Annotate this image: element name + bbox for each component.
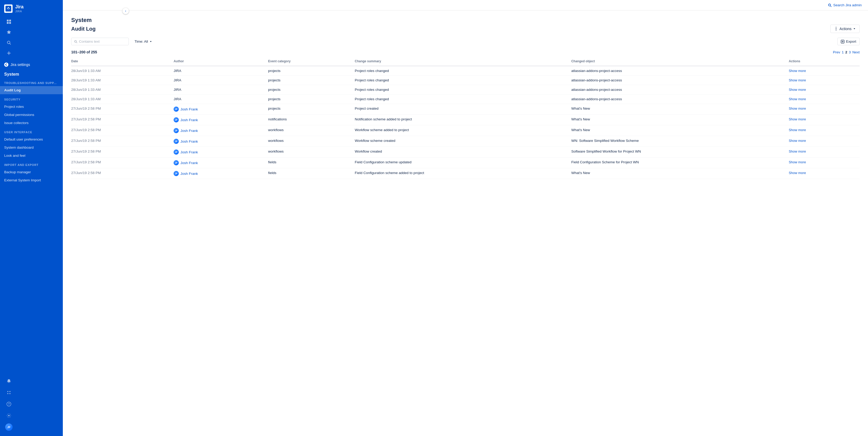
cell-actions: Show more: [789, 85, 860, 94]
show-more-button[interactable]: Show more: [789, 97, 806, 101]
svg-rect-1: [7, 20, 9, 22]
cell-change-summary: Project roles changed: [355, 66, 571, 75]
export-label: Export: [846, 39, 856, 43]
current-page: 2: [845, 50, 847, 54]
cell-changed-object: Software Simplified Workflow for Project…: [571, 147, 789, 158]
sidebar-item-issue-collectors[interactable]: Issue collectors: [0, 119, 63, 127]
show-more-button[interactable]: Show more: [789, 69, 806, 73]
show-more-button[interactable]: Show more: [789, 78, 806, 82]
star-icon[interactable]: [4, 28, 13, 37]
show-more-button[interactable]: Show more: [789, 160, 806, 164]
sidebar-item-backup-manager[interactable]: Backup manager: [0, 168, 63, 176]
cell-author: JIRA: [174, 85, 268, 94]
cell-change-summary: Project roles changed: [355, 85, 571, 94]
sidebar-item-audit-log[interactable]: Audit Log: [0, 86, 63, 94]
sidebar-section-title: USER INTERFACE: [0, 127, 63, 135]
page-3[interactable]: 3: [849, 50, 851, 54]
cell-date: 28/Jun/19 1:33 AM: [71, 94, 174, 104]
export-icon: [841, 40, 844, 43]
main-content: Search Jira admin System Audit Log Actio…: [63, 0, 868, 436]
cell-author[interactable]: JFJosh Frank: [174, 136, 268, 147]
cell-author[interactable]: JFJosh Frank: [174, 147, 268, 158]
grid-icon[interactable]: [4, 17, 13, 26]
sidebar-section-title: SECURITY: [0, 94, 63, 102]
sidebar-header: Jira JIRA: [0, 0, 63, 15]
page-1[interactable]: 1: [842, 50, 844, 54]
search-icon[interactable]: [4, 38, 13, 48]
svg-point-10: [9, 391, 10, 392]
cell-author[interactable]: JFJosh Frank: [174, 158, 268, 168]
show-more-button[interactable]: Show more: [789, 150, 806, 153]
chevron-down-icon: [150, 40, 152, 43]
svg-text:?: ?: [8, 403, 10, 406]
sidebar-item-project-roles[interactable]: Project roles: [0, 102, 63, 111]
cell-event-category: projects: [268, 75, 355, 85]
cell-date: 28/Jun/19 1:33 AM: [71, 75, 174, 85]
sidebar-system-title: System: [0, 69, 63, 78]
cell-event-category: fields: [268, 158, 355, 168]
show-more-button[interactable]: Show more: [789, 128, 806, 132]
app-sub: JIRA: [15, 10, 24, 13]
back-button[interactable]: Jira settings: [0, 60, 63, 69]
prev-page[interactable]: Prev: [833, 50, 840, 54]
cell-event-category: workflows: [268, 147, 355, 158]
apps-icon[interactable]: [4, 388, 13, 397]
show-more-button[interactable]: Show more: [789, 88, 806, 92]
cell-author[interactable]: JFJosh Frank: [174, 125, 268, 136]
show-more-button[interactable]: Show more: [789, 106, 806, 111]
show-more-button[interactable]: Show more: [789, 171, 806, 175]
app-name: Jira: [15, 4, 24, 10]
next-page[interactable]: Next: [852, 50, 860, 54]
settings-icon[interactable]: [4, 411, 13, 420]
sidebar-item-system-dashboard[interactable]: System dashboard: [0, 144, 63, 152]
top-bar: Search Jira admin: [63, 0, 868, 10]
cell-actions: Show more: [789, 147, 860, 158]
user-avatar[interactable]: JF: [4, 423, 13, 432]
cell-change-summary: Field Configuration scheme added to proj…: [355, 168, 571, 179]
time-filter-button[interactable]: Time: All: [132, 38, 155, 45]
cell-change-summary: Project roles changed: [355, 94, 571, 104]
svg-point-12: [9, 393, 10, 394]
svg-rect-4: [9, 22, 11, 24]
show-more-button[interactable]: Show more: [789, 117, 806, 121]
cell-date: 27/Jun/19 2:58 PM: [71, 168, 174, 179]
col-date: Date: [71, 58, 174, 66]
cell-change-summary: Project roles changed: [355, 75, 571, 85]
search-input[interactable]: [79, 39, 126, 43]
table-row: 27/Jun/19 2:58 PMJFJosh FrankworkflowsWo…: [71, 125, 860, 136]
search-box[interactable]: [71, 38, 129, 45]
cell-author[interactable]: JFJosh Frank: [174, 115, 268, 125]
cell-date: 27/Jun/19 2:58 PM: [71, 136, 174, 147]
collapse-sidebar-button[interactable]: ‹: [123, 8, 129, 14]
cell-author[interactable]: JFJosh Frank: [174, 168, 268, 179]
notification-icon[interactable]: [4, 376, 13, 386]
cell-change-summary: Field Configuration scheme updated: [355, 158, 571, 168]
audit-log-table: Date Author Event category Change summar…: [71, 58, 860, 179]
actions-button[interactable]: Actions: [830, 25, 860, 33]
sidebar-section-title: IMPORT AND EXPORT: [0, 160, 63, 168]
add-icon[interactable]: [4, 49, 13, 58]
cell-event-category: workflows: [268, 136, 355, 147]
cell-author[interactable]: JFJosh Frank: [174, 104, 268, 115]
table-row: 27/Jun/19 2:58 PMJFJosh Franknotificatio…: [71, 115, 860, 125]
cell-date: 27/Jun/19 2:58 PM: [71, 115, 174, 125]
show-more-button[interactable]: Show more: [789, 139, 806, 143]
sidebar-item-global-permissions[interactable]: Global permissions: [0, 111, 63, 119]
cell-date: 27/Jun/19 2:58 PM: [71, 125, 174, 136]
sidebar-item-look-and-feel[interactable]: Look and feel: [0, 152, 63, 160]
cell-date: 27/Jun/19 2:58 PM: [71, 147, 174, 158]
cell-author: JIRA: [174, 75, 268, 85]
cell-change-summary: Workflow scheme added to project: [355, 125, 571, 136]
cell-changed-object: What's New: [571, 104, 789, 115]
sidebar-item-default-user-preferences[interactable]: Default user preferences: [0, 135, 63, 144]
cell-change-summary: Project created: [355, 104, 571, 115]
search-admin-button[interactable]: Search Jira admin: [828, 3, 862, 7]
cell-changed-object: atlassian-addons-project-access: [571, 85, 789, 94]
help-icon[interactable]: ?: [4, 399, 13, 409]
table-row: 28/Jun/19 1:33 AMJIRAprojectsProject rol…: [71, 66, 860, 75]
sidebar-item-external-system-import[interactable]: External System Import: [0, 176, 63, 184]
cell-event-category: fields: [268, 168, 355, 179]
table-row: 28/Jun/19 1:33 AMJIRAprojectsProject rol…: [71, 94, 860, 104]
table-row: 28/Jun/19 1:33 AMJIRAprojectsProject rol…: [71, 85, 860, 94]
export-button[interactable]: Export: [837, 38, 860, 45]
